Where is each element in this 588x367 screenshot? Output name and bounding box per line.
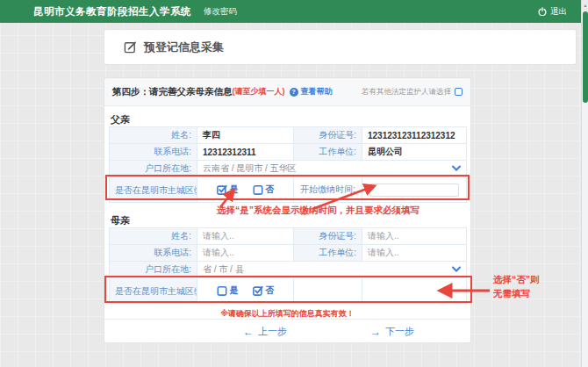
father-employer-value: 昆明公司	[362, 144, 467, 161]
prev-step-button[interactable]: ← 上一步	[243, 320, 287, 343]
mother-employer-input[interactable]: 请输入..	[362, 245, 467, 262]
guardian-label: 若有其他法定监护人请选择	[362, 87, 451, 97]
father-residence-select[interactable]: 云南省 / 昆明市 / 五华区	[197, 161, 467, 177]
mother-name-input[interactable]: 请输入..	[197, 228, 294, 245]
mother-insurance-options: 是 否	[197, 278, 294, 304]
father-insurance-options: 是 否	[197, 177, 294, 203]
page-scrollbar: ▲	[581, 0, 588, 367]
prev-step-label: 上一步	[258, 325, 287, 338]
father-insurance-no-checkbox[interactable]: 否	[253, 184, 275, 196]
step-title: 第四步：请完善父亲母亲信息	[112, 86, 233, 98]
father-insurance-row: 是否在昆明市主城区缴纳城镇职工养老保险: 是 否 开始缴纳时间:	[110, 177, 467, 203]
app-header: 昆明市义务教育阶段招生入学系统 修改密码 退出	[0, 0, 581, 23]
scrollbar-up-arrow-icon[interactable]: ▲	[582, 0, 588, 11]
page-title: 预登记信息采集	[144, 40, 224, 55]
next-step-label: 下一步	[385, 325, 414, 338]
logout-label: 退出	[550, 6, 567, 18]
table-row: 户口所在地: 省 / 市 / 县	[110, 262, 467, 278]
system-title: 昆明市义务教育阶段招生入学系统	[33, 5, 191, 18]
father-insurance-yes-checkbox[interactable]: 是	[217, 184, 239, 196]
chevron-down-icon	[452, 165, 461, 172]
father-name-label: 姓名:	[110, 127, 197, 144]
power-icon	[538, 7, 547, 16]
father-phone-label: 联系电话:	[110, 144, 197, 161]
yes-label: 是	[230, 184, 239, 196]
father-residence-label: 户口所在地:	[110, 161, 197, 177]
mother-info-table: 姓名: 请输入.. 身份证号: 请输入.. 联系电话: 请输入.. 工作单位: …	[109, 227, 467, 304]
yes-label: 是	[230, 284, 239, 297]
no-selection-note: 选择“否”则 无需填写	[493, 273, 540, 301]
father-id-value: 123123123112312312	[362, 127, 467, 144]
form-footer: ← 上一步 → 下一步	[104, 319, 470, 342]
table-row: 姓名: 李四 身份证号: 123123123112312312	[110, 127, 467, 144]
placeholder-text: 请输入..	[203, 231, 234, 241]
chevron-down-icon	[452, 266, 461, 273]
father-section-title: 父亲	[111, 113, 464, 126]
no-label: 否	[266, 284, 275, 297]
scrollbar-thumb[interactable]	[583, 11, 588, 103]
father-phone-value: 12312312311	[197, 144, 294, 161]
father-residence-value: 云南省 / 昆明市 / 五华区	[203, 163, 297, 173]
start-time-input[interactable]	[369, 184, 459, 197]
table-row: 姓名: 请输入.. 身份证号: 请输入..	[110, 228, 467, 245]
right-arrow-icon: →	[370, 326, 381, 338]
mother-residence-value: 省 / 市 / 县	[203, 264, 244, 274]
help-link[interactable]: ?查看帮助	[290, 86, 333, 97]
table-row: 联系电话: 请输入.. 工作单位: 请输入..	[110, 245, 467, 262]
father-id-label: 身份证号:	[294, 127, 362, 144]
placeholder-text: 请输入..	[368, 248, 399, 257]
father-insurance-label: 是否在昆明市主城区缴纳城镇职工养老保险:	[110, 177, 197, 203]
change-password-link[interactable]: 修改密码	[204, 6, 237, 18]
mother-phone-label: 联系电话:	[110, 245, 197, 262]
table-row: 户口所在地: 云南省 / 昆明市 / 五华区	[110, 161, 467, 177]
mother-id-label: 身份证号:	[294, 228, 362, 245]
no-selection-note-line2: 无需填写	[493, 287, 540, 301]
mother-insurance-row: 是否在昆明市主城区缴纳城镇职工养老保险: 是 否	[110, 278, 467, 304]
checkbox-checked-icon	[217, 184, 227, 195]
start-time-label: 开始缴纳时间:	[294, 177, 362, 203]
mother-residence-select[interactable]: 省 / 市 / 县	[197, 262, 467, 278]
form-card: 第四步：请完善父亲母亲信息 (请至少填一人) ?查看帮助 若有其他法定监护人请选…	[104, 77, 471, 343]
edit-icon	[124, 40, 137, 54]
placeholder-text: 请输入..	[368, 231, 399, 241]
no-selection-note-line1: 选择“否”则	[493, 273, 540, 287]
step-header: 第四步：请完善父亲母亲信息 (请至少填一人) ?查看帮助 若有其他法定监护人请选…	[104, 78, 470, 106]
mother-phone-input[interactable]: 请输入..	[197, 245, 294, 262]
mother-insurance-label: 是否在昆明市主城区缴纳城镇职工养老保险:	[110, 278, 197, 304]
checkbox-checked-icon	[253, 285, 263, 296]
father-name-value: 李四	[197, 127, 294, 144]
next-step-button[interactable]: → 下一步	[370, 320, 414, 343]
empty-cell	[294, 278, 362, 304]
father-employer-label: 工作单位:	[294, 144, 362, 161]
mother-name-label: 姓名:	[110, 228, 197, 245]
guardian-option: 若有其他法定监护人请选择	[362, 87, 463, 97]
mother-insurance-yes-checkbox[interactable]: 是	[217, 284, 239, 297]
logout-button[interactable]: 退出	[538, 6, 567, 18]
checkbox-unchecked-icon	[217, 285, 227, 296]
mother-residence-label: 户口所在地:	[110, 262, 197, 278]
father-info-table: 姓名: 李四 身份证号: 123123123112312312 联系电话: 12…	[109, 126, 467, 203]
help-link-label: 查看帮助	[301, 86, 333, 97]
mother-employer-label: 工作单位:	[294, 245, 362, 262]
start-time-cell	[362, 177, 467, 203]
table-row: 联系电话: 12312312311 工作单位: 昆明公司	[110, 144, 467, 161]
guardian-checkbox[interactable]	[455, 88, 463, 96]
step-note: (请至少填一人)	[233, 86, 285, 97]
help-icon: ?	[290, 88, 298, 97]
placeholder-text: 请输入..	[203, 248, 234, 257]
no-label: 否	[266, 184, 275, 196]
left-arrow-icon: ←	[243, 326, 254, 338]
mother-id-input[interactable]: 请输入..	[362, 228, 467, 245]
mother-insurance-no-checkbox[interactable]: 否	[253, 284, 275, 297]
mother-section-title: 母亲	[111, 214, 464, 227]
page-title-card: 预登记信息采集	[104, 29, 577, 65]
checkbox-unchecked-icon	[253, 184, 263, 195]
empty-cell	[362, 278, 467, 304]
